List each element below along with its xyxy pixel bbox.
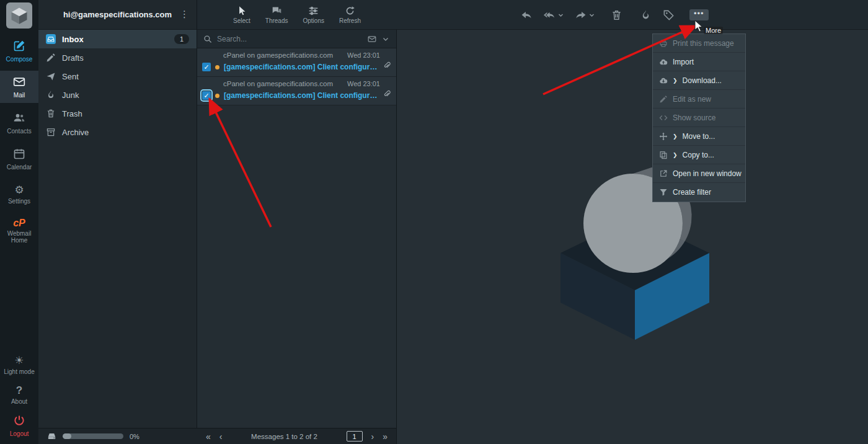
refresh-icon (345, 6, 355, 16)
mail-label: Mail (14, 92, 25, 99)
forward-button[interactable] (575, 9, 595, 21)
cursor-arrow-icon (236, 6, 247, 16)
menu-item-show-source[interactable]: ❯ Show source (653, 109, 745, 127)
nav-item-calendar[interactable]: Calendar (0, 143, 38, 175)
message-date: Wed 23:01 (347, 51, 391, 59)
archive-box-icon (46, 127, 56, 137)
nav-item-mail[interactable]: Mail (0, 71, 38, 103)
select-label: Select (233, 17, 250, 24)
cloud-download-icon (659, 76, 668, 85)
prev-page-button[interactable]: ‹ (219, 432, 223, 441)
code-icon (659, 113, 668, 122)
folder-item-trash[interactable]: Trash (38, 104, 197, 123)
junk-button[interactable] (640, 9, 652, 21)
search-input[interactable] (217, 35, 363, 43)
more-dropdown-menu: ❯ Print this message ❯ Import ❯ Download… (652, 33, 746, 202)
folder-item-inbox[interactable]: Inbox 1 (38, 30, 197, 48)
first-page-button[interactable]: « (206, 432, 211, 441)
kebab-menu-icon[interactable]: ⋮ (180, 9, 189, 20)
folder-label: Trash (62, 109, 82, 118)
quota-progress (63, 433, 123, 439)
more-button[interactable]: ••• (689, 9, 709, 20)
quota-bar: 0% (38, 428, 197, 444)
folder-label: Archive (62, 128, 89, 137)
menu-item-create-filter[interactable]: ❯ Create filter (653, 183, 745, 202)
mail-icon (13, 76, 25, 90)
inbox-icon (46, 34, 56, 44)
message-from: cPanel on gamespecifications.com (223, 51, 333, 59)
last-page-button[interactable]: » (383, 432, 388, 441)
compose-button[interactable]: Compose (0, 35, 38, 67)
about-label: About (11, 398, 27, 406)
threads-button[interactable]: Threads (265, 6, 288, 24)
folder-label: Inbox (62, 35, 84, 44)
settings-label: Settings (8, 198, 30, 205)
folder-panel: hi@gamespecifications.com ⋮ Inbox 1 Draf… (38, 0, 197, 444)
paper-plane-icon (46, 71, 56, 81)
app-logo[interactable] (0, 0, 38, 31)
chevron-down-icon[interactable] (558, 9, 564, 20)
refresh-button[interactable]: Refresh (339, 6, 361, 24)
menu-item-label: Print this message (673, 39, 734, 48)
webmail-home-label: Webmail Home (4, 230, 35, 244)
pagination-bar: « ‹ Messages 1 to 2 of 2 › » (197, 428, 396, 444)
menu-item-print[interactable]: ❯ Print this message (653, 34, 745, 53)
chevron-down-icon[interactable] (589, 9, 595, 20)
select-button[interactable]: Select (233, 6, 250, 24)
menu-item-edit-as-new[interactable]: ❯ Edit as new (653, 90, 745, 109)
tag-button[interactable] (663, 9, 675, 21)
menu-item-copy-to[interactable]: ❯ Copy to... (653, 146, 745, 164)
delete-button[interactable] (611, 9, 622, 21)
menu-item-download[interactable]: ❯ Download... (653, 71, 745, 90)
pagination-status: Messages 1 to 2 of 2 (231, 433, 337, 440)
left-nav: Compose Mail Contacts Calendar ⚙ Setting… (0, 0, 38, 444)
contacts-icon (13, 112, 25, 126)
menu-item-open-new-window[interactable]: ❯ Open in new window (653, 164, 745, 183)
page-number-input[interactable] (347, 431, 363, 442)
folder-item-archive[interactable]: Archive (38, 123, 197, 141)
submenu-arrow-icon: ❯ (673, 133, 678, 140)
folder-item-drafts[interactable]: Drafts (38, 48, 197, 67)
light-mode-toggle[interactable]: ☀ Light mode (0, 350, 38, 380)
menu-item-label: Show source (673, 113, 715, 122)
reply-button[interactable] (521, 9, 533, 21)
submenu-arrow-icon: ❯ (673, 78, 678, 84)
scope-envelope-icon[interactable] (368, 35, 376, 43)
logout-button[interactable]: Logout (0, 409, 38, 442)
folder-label: Sent (62, 72, 79, 81)
nav-item-settings[interactable]: ⚙ Settings (0, 180, 38, 210)
nav-item-webmail-home[interactable]: cP Webmail Home (0, 213, 38, 249)
about-button[interactable]: ? About (0, 380, 38, 410)
reply-all-button[interactable] (544, 9, 564, 21)
pencil-icon (46, 53, 56, 63)
message-view-pane (397, 30, 868, 444)
gear-icon: ⚙ (14, 185, 24, 196)
folder-item-junk[interactable]: Junk (38, 86, 197, 104)
chevron-down-icon[interactable] (381, 35, 390, 43)
nav-item-contacts[interactable]: Contacts (0, 107, 38, 139)
sun-icon: ☀ (14, 355, 24, 366)
message-row-line1: cPanel on gamespecifications.com Wed 23:… (202, 51, 391, 59)
message-toolbar: ••• (521, 0, 709, 30)
sliders-icon (308, 6, 319, 16)
account-header: hi@gamespecifications.com ⋮ (38, 0, 197, 30)
message-row[interactable]: cPanel on gamespecifications.com Wed 23:… (197, 48, 396, 77)
trash-icon (611, 9, 622, 21)
options-label: Options (303, 17, 324, 24)
cloud-upload-icon (659, 58, 668, 66)
message-row[interactable]: cPanel on gamespecifications.com Wed 23:… (197, 77, 396, 105)
message-checkbox[interactable]: ✓ (202, 63, 211, 71)
quota-progress-fill (63, 433, 71, 439)
menu-item-import[interactable]: ❯ Import (653, 53, 745, 71)
calendar-label: Calendar (7, 164, 32, 171)
menu-item-move-to[interactable]: ❯ Move to... (653, 127, 745, 146)
folder-item-sent[interactable]: Sent (38, 67, 197, 86)
message-checkbox[interactable]: ✓ (202, 91, 211, 100)
light-mode-label: Light mode (4, 368, 34, 376)
account-email: hi@gamespecifications.com (63, 10, 172, 19)
cube-logo-icon (6, 2, 32, 29)
options-button[interactable]: Options (303, 6, 324, 24)
message-subject: [gamespecifications.com] Client configur… (224, 63, 378, 71)
message-row-line2: ✓ [gamespecifications.com] Client config… (202, 61, 391, 73)
next-page-button[interactable]: › (371, 432, 374, 441)
